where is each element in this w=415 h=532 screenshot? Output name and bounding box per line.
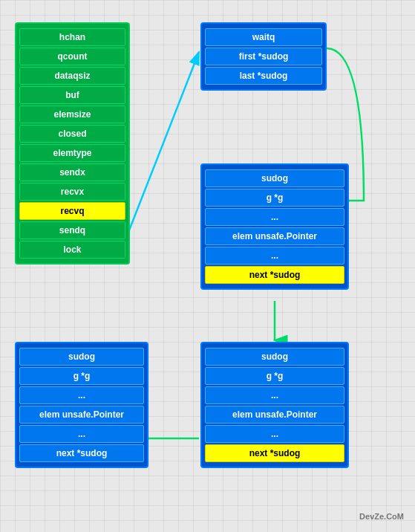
main-struct: hchan qcount dataqsiz buf elemsize close…: [15, 22, 130, 265]
row-buf: buf: [19, 86, 125, 104]
sudog-br-next: next *sudog: [205, 444, 344, 462]
sudog-mid-box: sudog g *g ... elem unsafe.Pointer ... n…: [200, 163, 349, 290]
sudog-bl-dots1: ...: [19, 386, 144, 404]
sudog-bl-elem: elem unsafe.Pointer: [19, 406, 144, 424]
row-dataqsiz: dataqsiz: [19, 67, 125, 85]
row-hchan: hchan: [19, 28, 125, 46]
waitq-last: last *sudog: [205, 67, 322, 85]
row-recvq: recvq: [19, 202, 125, 220]
row-recvx: recvx: [19, 183, 125, 201]
sudog-br-g: g *g: [205, 367, 344, 385]
watermark: DevZe.CoM: [359, 512, 404, 521]
sudog-mid-title: sudog: [205, 169, 344, 187]
sudog-br-elem: elem unsafe.Pointer: [205, 406, 344, 424]
sudog-bl-title: sudog: [19, 348, 144, 366]
row-elemsize: elemsize: [19, 106, 125, 123]
sudog-br-title: sudog: [205, 348, 344, 366]
sudog-bot-left-box: sudog g *g ... elem unsafe.Pointer ... n…: [15, 342, 148, 468]
svg-line-0: [128, 52, 199, 234]
sudog-mid-dots2: ...: [205, 247, 344, 265]
sudog-bl-next: next *sudog: [19, 444, 144, 462]
waitq-title: waitq: [205, 28, 322, 46]
row-elemtype: elemtype: [19, 144, 125, 162]
sudog-mid-next: next *sudog: [205, 266, 344, 284]
row-closed: closed: [19, 125, 125, 143]
sudog-mid-elem: elem unsafe.Pointer: [205, 227, 344, 245]
row-qcount: qcount: [19, 48, 125, 65]
row-sendq: sendq: [19, 221, 125, 239]
sudog-bl-dots2: ...: [19, 425, 144, 443]
diagram-container: hchan qcount dataqsiz buf elemsize close…: [7, 7, 408, 525]
sudog-mid-g: g *g: [205, 189, 344, 207]
sudog-bl-g: g *g: [19, 367, 144, 385]
waitq-box: waitq first *sudog last *sudog: [200, 22, 327, 91]
row-sendx: sendx: [19, 163, 125, 181]
sudog-mid-dots1: ...: [205, 208, 344, 226]
row-lock: lock: [19, 241, 125, 259]
sudog-br-dots1: ...: [205, 386, 344, 404]
sudog-bot-right-box: sudog g *g ... elem unsafe.Pointer ... n…: [200, 342, 349, 468]
sudog-br-dots2: ...: [205, 425, 344, 443]
waitq-first: first *sudog: [205, 48, 322, 65]
